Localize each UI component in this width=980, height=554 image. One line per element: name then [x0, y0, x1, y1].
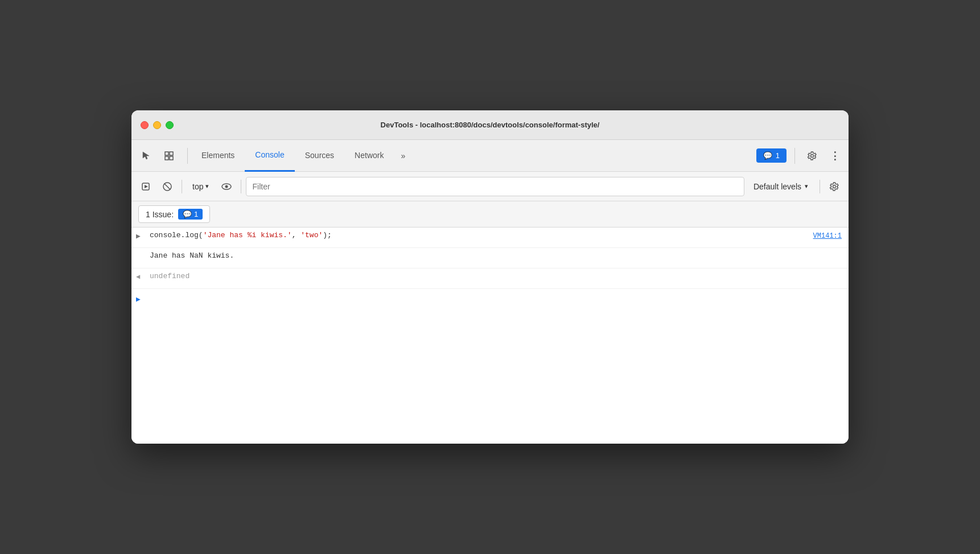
play-icon	[141, 182, 150, 191]
tabbar-divider-2	[794, 148, 795, 164]
console-toolbar: top ▾ Default levels ▾	[131, 172, 849, 201]
console-source-link[interactable]: VM141:1	[813, 232, 842, 240]
console-return-entry: ◀ undefined	[131, 268, 849, 289]
cursor-icon-btn[interactable]	[136, 146, 157, 166]
inspect-icon	[164, 151, 174, 161]
svg-rect-1	[170, 152, 173, 155]
svg-line-7	[164, 183, 171, 189]
issues-badge-btn[interactable]: 💬 1	[756, 148, 787, 163]
settings-button[interactable]	[803, 147, 821, 165]
log-levels-button[interactable]: Default levels ▾	[747, 179, 815, 194]
console-settings-button[interactable]	[825, 177, 844, 196]
console-gear-icon	[829, 181, 839, 192]
log-levels-label: Default levels	[753, 182, 801, 191]
toolbar-divider-2	[241, 180, 241, 193]
issues-bar: 1 Issue: 💬 1	[131, 201, 849, 228]
svg-point-9	[225, 185, 228, 188]
context-dropdown-label: top	[192, 182, 203, 191]
more-vert-icon: ⋮	[830, 150, 840, 162]
eye-icon	[221, 182, 232, 191]
more-tabs-button[interactable]: »	[394, 147, 412, 165]
run-script-button[interactable]	[136, 177, 155, 196]
filter-input[interactable]	[246, 177, 744, 196]
prompt-arrow: ▶	[136, 295, 145, 304]
console-output: ▶ console.log('Jane has %i kiwis.', 'two…	[131, 228, 849, 444]
console-log-entry: ▶ console.log('Jane has %i kiwis.', 'two…	[131, 228, 849, 248]
issues-label: 1 Issue:	[146, 210, 174, 219]
tabbar: Elements Console Sources Network » 💬 1	[131, 140, 849, 172]
devtools-window: DevTools - localhost:8080/docs/devtools/…	[131, 110, 849, 444]
minimize-button[interactable]	[153, 121, 161, 129]
console-prompt[interactable]: ▶	[131, 289, 849, 309]
svg-marker-5	[145, 185, 148, 188]
ban-icon	[162, 181, 172, 192]
console-output-line: ▶ Jane has NaN kiwis.	[131, 248, 849, 268]
tab-console[interactable]: Console	[245, 140, 294, 172]
more-menu-button[interactable]: ⋮	[826, 147, 844, 165]
issue-chat-icon: 💬	[183, 210, 192, 218]
titlebar: DevTools - localhost:8080/docs/devtools/…	[131, 110, 849, 140]
cursor-icon	[141, 151, 151, 161]
issues-count: 1	[776, 151, 780, 160]
chevron-down-icon: ▾	[205, 183, 209, 190]
tab-sources[interactable]: Sources	[295, 140, 344, 172]
context-dropdown[interactable]: top ▾	[187, 180, 215, 193]
svg-rect-2	[165, 156, 168, 160]
clear-console-button[interactable]	[158, 177, 177, 196]
tab-network[interactable]: Network	[344, 140, 394, 172]
console-log-code: console.log('Jane has %i kiwis.', 'two')…	[150, 231, 844, 239]
maximize-button[interactable]	[166, 121, 174, 129]
toolbar-divider-1	[182, 180, 182, 193]
inspect-icon-btn[interactable]	[159, 146, 179, 166]
chat-icon: 💬	[763, 151, 772, 160]
tabbar-divider-1	[187, 148, 188, 164]
svg-rect-0	[165, 152, 168, 155]
levels-chevron-icon: ▾	[805, 183, 808, 190]
svg-rect-3	[170, 156, 173, 160]
window-title: DevTools - localhost:8080/docs/devtools/…	[381, 121, 600, 129]
tab-elements[interactable]: Elements	[191, 140, 245, 172]
live-expressions-button[interactable]	[217, 177, 236, 196]
close-button[interactable]	[141, 121, 149, 129]
console-return-value: undefined	[150, 272, 190, 280]
issue-count-badge: 💬 1	[178, 209, 203, 220]
gear-icon	[807, 151, 817, 161]
traffic-lights	[141, 121, 174, 129]
devtools-icons	[136, 146, 179, 166]
toolbar-divider-3	[820, 180, 820, 193]
console-output-text: Jane has NaN kiwis.	[150, 251, 844, 260]
expand-arrow[interactable]: ▶	[136, 231, 145, 241]
return-arrow: ◀	[136, 272, 145, 281]
tabbar-right: 💬 1 ⋮	[756, 147, 844, 165]
issues-button[interactable]: 1 Issue: 💬 1	[138, 205, 210, 223]
issue-count: 1	[194, 210, 198, 218]
